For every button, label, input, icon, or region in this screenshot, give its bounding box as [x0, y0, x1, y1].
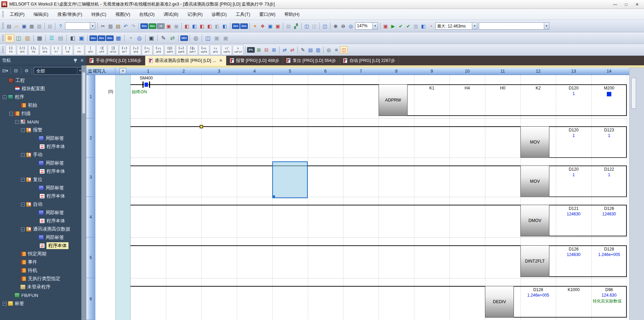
tree-item-FB/FUN[interactable]: FB/FUN	[0, 291, 86, 299]
tree-item-未登录程序[interactable]: 未登录程序	[0, 283, 86, 291]
operand-device[interactable]: D120	[556, 86, 591, 90]
stopwatch-icon[interactable]: ◎	[135, 34, 144, 42]
gray-window2-icon[interactable]: ▣	[221, 34, 230, 42]
instruction-box-MOV[interactable]: MOV	[520, 126, 549, 158]
device-monitor2-icon[interactable]: Dev	[240, 23, 248, 29]
tree-expand-icon[interactable]: −	[3, 302, 7, 306]
tree-expand-icon[interactable]: −	[21, 227, 25, 231]
ladder-symbol-button-F5[interactable]: ┤├F5	[6, 45, 16, 55]
print-icon[interactable]: ▦	[28, 22, 35, 30]
device-read-icon[interactable]: Dev	[149, 23, 156, 29]
operand-device[interactable]: D128	[520, 287, 556, 292]
tree-item-扫描[interactable]: −扫描	[0, 109, 86, 118]
device-red-icon[interactable]: ▣	[165, 22, 172, 30]
ladder-symbol-button-sF5[interactable]: ┤/├sF5	[17, 45, 28, 55]
tree-item-程序本体[interactable]: 程序本体	[0, 192, 86, 200]
ladder-symbol-button-caF10[interactable]: ↕caF10	[233, 45, 243, 55]
dev-assign-icon[interactable]: DEV	[180, 35, 188, 41]
ok-check2-icon[interactable]: ✔	[404, 22, 412, 30]
maximize-button[interactable]: □	[621, 1, 632, 8]
ladder-symbol-button-saF6[interactable]: ┤=├saF6	[176, 45, 187, 55]
menu-item-2[interactable]: 搜索/替换(F)	[53, 10, 87, 19]
tree-collapse-icon[interactable]: ⊟	[12, 67, 19, 74]
memory-card-icon[interactable]: ▣	[147, 34, 156, 42]
operand-device[interactable]: M200	[591, 86, 627, 90]
tree-expand-icon[interactable]: −	[9, 112, 13, 116]
tree-item-报警[interactable]: −报警	[0, 126, 86, 134]
tree-item-复位[interactable]: −复位	[0, 175, 86, 184]
operand-device[interactable]: D121	[556, 206, 591, 211]
element-selection-icon[interactable]: ◫	[14, 34, 23, 42]
tree-item-程序本体[interactable]: 程序本体	[0, 242, 86, 250]
tab-2[interactable]: 报警 [PRG] [LD] 488步	[226, 56, 283, 65]
operand-device[interactable]: D120	[556, 167, 591, 172]
ok-check1-icon[interactable]: ✔	[397, 22, 404, 30]
clock-setting-icon[interactable]: ◔	[126, 34, 135, 42]
ladder-symbol-button-aF8[interactable]: ┤↓┐aF8	[153, 45, 164, 55]
watch4-icon[interactable]: ▣	[274, 22, 282, 30]
quick-find-combobox[interactable]: ▼	[65, 22, 95, 30]
ladder-symbol-button-sF6[interactable]: ┤/┐sF6	[40, 45, 50, 55]
docking-window-icon[interactable]: ◫	[203, 34, 212, 42]
device-replace-icon[interactable]: Dev	[98, 35, 105, 41]
tree-expand-icon[interactable]: −	[15, 120, 19, 124]
selection-cursor[interactable]	[272, 161, 308, 198]
instruction-box-DMOV[interactable]: DMOV	[520, 205, 549, 236]
tree-item-标签[interactable]: −标签	[0, 299, 86, 308]
operand-device[interactable]: H4	[450, 86, 485, 90]
tag-edit-icon[interactable]: ▥	[23, 34, 32, 42]
menu-item-5[interactable]: 在线(O)	[135, 10, 159, 19]
tree-item-程序本体[interactable]: 程序本体	[0, 167, 86, 175]
ladder-symbol-button-cF9[interactable]: ─╳cF9	[96, 45, 107, 55]
tree-item-程序本体[interactable]: 程序本体	[0, 142, 86, 151]
window2-icon[interactable]: ◫	[310, 22, 318, 30]
device-find-icon[interactable]: Dev	[89, 35, 97, 41]
tree-expand-icon[interactable]: −	[21, 178, 25, 182]
new-project-icon[interactable]: ▤	[5, 22, 13, 30]
operand-device[interactable]: D123	[591, 128, 627, 132]
wrap-lines-icon[interactable]: ≡	[332, 46, 340, 54]
stl-icon[interactable]: STL	[247, 47, 255, 53]
user-icon[interactable]: ◧	[420, 22, 427, 30]
device-monitor1-icon[interactable]: Dev	[232, 23, 240, 29]
tree-item-局部标签[interactable]: 局部标签	[0, 233, 86, 242]
header-dropdown-button[interactable]: ▼	[119, 68, 126, 74]
navigation-window-icon[interactable]: ⊞	[5, 34, 14, 42]
comment-edit-icon[interactable]: ✎	[299, 46, 307, 54]
watch2-icon[interactable]: ❖	[259, 22, 266, 30]
operand-device[interactable]: D126	[556, 247, 591, 252]
monitor-verify-icon[interactable]: ◧	[198, 22, 206, 30]
monitor-stop-icon[interactable]: ◧	[213, 22, 221, 30]
operand-device[interactable]: D128	[591, 247, 627, 252]
instruction-box-DINT2FLT[interactable]: DINT2FLT	[520, 245, 549, 277]
ladder-symbol-button-aF7[interactable]: ┤↑┐aF7	[142, 45, 152, 55]
ladder-symbol-button-aF5[interactable]: ↑↓aF5	[210, 45, 221, 55]
tree-item-工程[interactable]: 工程	[0, 76, 86, 85]
operand-device[interactable]: D120	[556, 128, 591, 132]
device-write-icon[interactable]: Dev	[140, 23, 148, 29]
menu-item-9[interactable]: 工具(T)	[231, 10, 255, 19]
tree-expand-icon[interactable]: −	[21, 203, 25, 206]
ladder-symbol-button-sF8[interactable]: ┤↓├sF8	[130, 45, 141, 55]
instruction-box-MOV[interactable]: MOV	[520, 166, 549, 197]
monitor-read-icon[interactable]: ◧	[191, 22, 198, 30]
device-offset-icon[interactable]: +0	[157, 23, 165, 29]
register-table-icon[interactable]: ▦	[114, 34, 123, 42]
pin-icon[interactable]	[73, 58, 77, 63]
ladder-symbol-button-F8[interactable]: [ ]F8	[62, 45, 73, 55]
tab-4[interactable]: 自动 [PRG] [LD] 2267步	[340, 56, 399, 65]
tree-item-手动[interactable]: −手动	[0, 151, 86, 159]
navigation-close-icon[interactable]: ✕	[80, 58, 84, 63]
menu-item-7[interactable]: 记录(R)	[183, 10, 207, 19]
monitor-write-icon[interactable]: ◧	[183, 22, 191, 30]
list2-icon[interactable]: ▞	[292, 22, 300, 30]
device-list-icon[interactable]: ▣	[77, 34, 86, 42]
watch1-icon[interactable]: ✦	[251, 22, 259, 30]
tree-expand-icon[interactable]: −	[3, 95, 7, 99]
tree-item-局部标签[interactable]: 局部标签	[0, 134, 86, 142]
dotted-list-icon[interactable]: ▤	[56, 34, 65, 42]
tree-item-事件[interactable]: 事件	[0, 258, 86, 266]
module-config-icon[interactable]: ▦	[35, 34, 44, 42]
tree-item-初始[interactable]: 初始	[0, 101, 86, 109]
menu-item-4[interactable]: 视图(V)	[111, 10, 135, 19]
